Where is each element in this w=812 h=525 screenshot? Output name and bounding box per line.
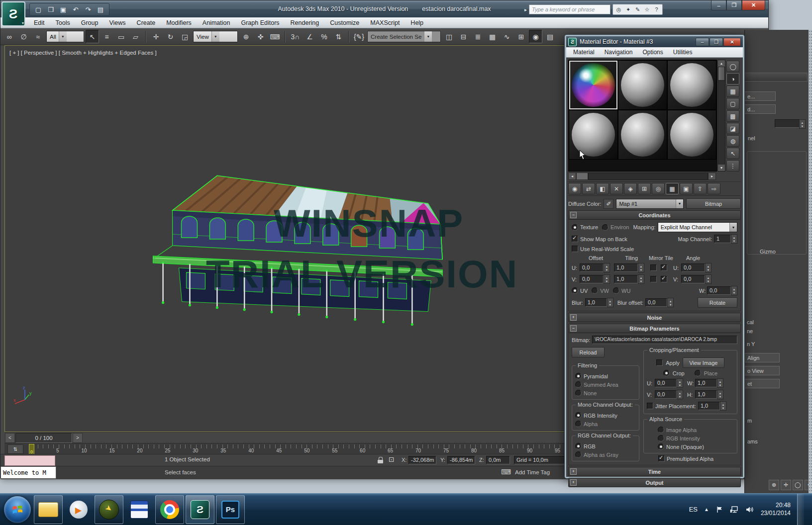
menu-item[interactable]: Tools (50, 17, 76, 28)
reload-button[interactable]: Reload (572, 347, 605, 357)
curve-editor-icon[interactable]: ∿ (500, 30, 513, 43)
scrollbar-thumb[interactable] (718, 67, 725, 81)
unlink-selection-icon[interactable]: ∅ (17, 30, 30, 43)
menu-item[interactable]: Navigation (600, 47, 638, 57)
sample-uv-tiling-icon[interactable]: ▢ (726, 98, 739, 109)
track-bar[interactable]: ⇅ 0 510152025303540455055606570758085909… (4, 443, 566, 454)
backlight-icon[interactable]: ◑ (726, 73, 739, 85)
rollout-header-time[interactable]: + Time (568, 467, 741, 476)
sample-scrollbar-vertical[interactable]: ▲ ▼ (717, 60, 725, 172)
select-and-manipulate-icon[interactable]: ✜ (254, 30, 267, 43)
material-id-channel-icon[interactable]: ◎ (652, 183, 665, 194)
scroll-down-icon[interactable]: ▼ (718, 165, 725, 171)
tiling-u-field[interactable]: 1,0 (614, 263, 638, 272)
material-map-navigator-icon[interactable]: ⋮ (726, 160, 739, 172)
close-button[interactable]: ✕ (742, 0, 765, 10)
spinner[interactable] (799, 119, 806, 129)
zoom-icon[interactable]: ⊕ (769, 480, 779, 490)
material-sample-slot-6[interactable] (667, 110, 716, 160)
mirror-v-checkbox[interactable] (650, 276, 657, 282)
menu-item[interactable]: Graph Editors (235, 17, 285, 28)
rollout-header-fragment[interactable] (745, 73, 808, 82)
rollout-header-noise[interactable]: + Noise (568, 313, 741, 322)
spinner[interactable] (705, 263, 711, 272)
edit-named-selection-sets-icon[interactable]: {✎} (352, 30, 366, 43)
eyedropper-icon[interactable]: ✐ (604, 199, 613, 209)
rollout-header-bitmap-parameters[interactable]: − Bitmap Parameters (568, 324, 741, 333)
use-pivot-point-icon[interactable]: ⊕ (239, 30, 253, 43)
menu-item[interactable]: Options (637, 47, 668, 57)
command-panel-button-fragment[interactable]: e... (745, 91, 776, 101)
material-sample-slot-2[interactable] (618, 60, 667, 110)
new-file-icon[interactable]: ▢ (33, 4, 44, 14)
pyramidal-radio[interactable] (575, 373, 582, 379)
select-object-icon[interactable]: ↖ (86, 30, 99, 43)
open-mini-curve-editor-icon[interactable]: ⇅ (7, 444, 23, 454)
none-opaque-radio[interactable] (658, 443, 664, 450)
bind-to-space-warp-icon[interactable]: ≈ (31, 30, 45, 43)
snap-toggle-3d-icon[interactable]: 3∩ (289, 30, 302, 43)
spinner[interactable] (731, 234, 737, 244)
background-icon[interactable]: ▦ (726, 86, 739, 97)
command-panel-button-fragment[interactable]: Align (745, 353, 780, 362)
alpha-as-gray-radio[interactable] (575, 451, 582, 458)
speaker-icon[interactable] (745, 506, 754, 514)
project-folder-icon[interactable]: ▤ (95, 4, 106, 14)
spinner[interactable] (677, 378, 683, 388)
maximize-button[interactable]: ❐ (710, 38, 723, 46)
rgb-intensity-radio[interactable] (575, 412, 582, 419)
help-icon[interactable]: ? (652, 5, 661, 14)
offset-v-field[interactable]: 0,0 (580, 275, 604, 283)
photoshop-icon[interactable] (216, 495, 245, 524)
keyboard-override-icon[interactable]: ⌨ (268, 30, 282, 43)
make-preview-icon[interactable]: ◪ (726, 123, 739, 134)
minimize-button[interactable]: – (696, 38, 709, 46)
mirror-icon[interactable]: ◫ (442, 30, 456, 43)
command-panel-field-fragment[interactable] (775, 119, 800, 128)
select-and-rotate-icon[interactable]: ↻ (164, 30, 177, 43)
filtering-none-radio[interactable] (575, 390, 582, 396)
explorer-icon[interactable] (34, 495, 63, 524)
menu-item[interactable]: Modifiers (161, 17, 197, 28)
jdownloader-icon[interactable] (95, 495, 123, 524)
mirror-u-checkbox[interactable] (650, 264, 657, 271)
rectangular-selection-region-icon[interactable]: ▭ (114, 30, 128, 43)
spinner[interactable] (604, 263, 610, 272)
spinner[interactable] (705, 274, 711, 284)
next-frame-button[interactable]: > (73, 433, 83, 443)
scroll-left-icon[interactable]: ◂ (568, 173, 576, 180)
select-and-link-icon[interactable]: ∞ (2, 30, 16, 43)
command-panel-button-fragment[interactable]: d... (745, 104, 776, 114)
favorites-star-icon[interactable]: ☆ (643, 5, 651, 14)
3dsmax-icon[interactable] (186, 495, 214, 524)
jitter-placement-checkbox[interactable] (647, 403, 653, 409)
menu-item[interactable]: Utilities (668, 47, 698, 57)
material-sample-slot-4[interactable] (569, 110, 618, 160)
scroll-right-icon[interactable]: ▸ (708, 173, 716, 180)
map-type-button[interactable]: Bitmap (686, 198, 741, 209)
spinner[interactable] (717, 378, 723, 388)
menu-item[interactable]: Views (103, 17, 131, 28)
3d-model-estacion[interactable] (5, 46, 565, 432)
assign-material-to-selection-icon[interactable]: ◧ (596, 183, 609, 194)
crop-radio[interactable] (663, 370, 670, 376)
menu-item[interactable]: Help (405, 17, 429, 28)
crop-w-field[interactable]: 1,0 (695, 379, 717, 387)
redo-icon[interactable]: ↷ (83, 4, 94, 14)
premultiplied-alpha-checkbox[interactable] (658, 455, 665, 462)
clock[interactable]: 20:48 23/01/2014 (761, 502, 791, 517)
view-image-button[interactable]: View Image (683, 357, 724, 368)
spinner[interactable] (638, 263, 644, 272)
video-color-check-icon[interactable]: ▩ (726, 110, 739, 122)
select-by-material-icon[interactable]: ↖ (726, 148, 739, 159)
blur-offset-field[interactable]: 0,0 (645, 298, 667, 307)
render-setup-icon[interactable]: ▤ (543, 30, 557, 43)
save-file-icon[interactable]: ▣ (58, 4, 69, 14)
minimize-button[interactable]: – (711, 0, 726, 10)
selection-filter-dropdown[interactable]: All ▾ (46, 31, 84, 42)
place-radio[interactable] (695, 370, 701, 376)
menu-item[interactable]: Group (76, 17, 104, 28)
rgb-radio[interactable] (575, 443, 582, 449)
show-map-on-back-checkbox[interactable] (572, 236, 578, 242)
alpha-rgb-intensity-radio[interactable] (658, 435, 664, 441)
